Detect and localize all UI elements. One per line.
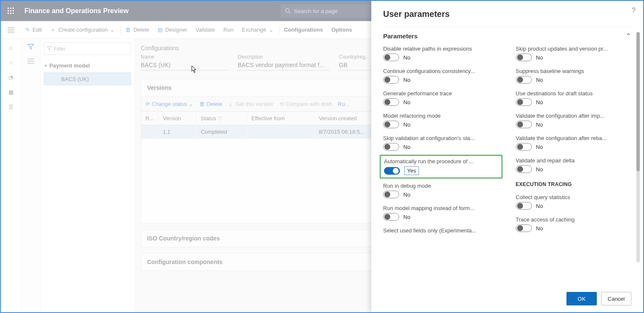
toggle-value: No <box>536 144 543 150</box>
parameter-label: Use destinations for draft status <box>516 90 632 97</box>
parameter-item: Validate the configuration after reba...… <box>516 135 632 151</box>
parameter-label: Select used fields only (Experimenta... <box>383 227 499 234</box>
parameter-label: Trace access of caching <box>516 216 632 223</box>
toggle-value: No <box>403 192 411 198</box>
parameter-label: Run in debug mode <box>383 183 499 189</box>
parameter-item: Validate and repair deltaNo <box>516 157 632 173</box>
parameter-item: Collect query statisticsNo <box>516 194 632 210</box>
toggle-switch[interactable] <box>383 98 399 106</box>
toggle-switch[interactable] <box>383 54 399 61</box>
parameter-item: Automatically run the procedure of ...Ye… <box>383 157 499 176</box>
toggle-value: No <box>403 99 411 105</box>
scrollbar[interactable] <box>636 32 640 262</box>
toggle-switch[interactable] <box>516 202 532 210</box>
toggle-value: No <box>403 54 411 61</box>
toggle-value: No <box>403 121 411 128</box>
toggle-switch[interactable] <box>384 167 400 175</box>
toggle-value: No <box>536 54 543 61</box>
toggle-value: No <box>536 99 543 105</box>
toggle-value: No <box>536 166 543 173</box>
parameter-label: Validate the configuration after imp... <box>516 113 632 119</box>
toggle-switch[interactable] <box>516 224 532 232</box>
user-parameters-panel: User parameters ? Parameters⌃ Disable re… <box>371 1 643 312</box>
chevron-up-icon: ⌃ <box>626 32 631 40</box>
parameter-label: Generate performance trace <box>383 90 499 97</box>
parameter-item: Select used fields only (Experimenta... <box>383 227 499 235</box>
parameter-item: Skip validation at configuration's sta..… <box>383 135 499 151</box>
toggle-value: No <box>536 225 543 232</box>
parameter-label: Validate the configuration after reba... <box>516 135 632 141</box>
ok-button[interactable]: OK <box>566 292 597 305</box>
parameter-item: Model refactoring modeNo <box>383 113 499 128</box>
help-icon[interactable]: ? <box>632 7 636 14</box>
parameter-item: Run in debug modeNo <box>383 183 499 198</box>
toggle-switch[interactable] <box>516 165 532 173</box>
toggle-switch[interactable] <box>383 191 399 198</box>
parameters-group-header[interactable]: Parameters⌃ <box>383 32 631 40</box>
parameter-label: Skip validation at configuration's sta..… <box>383 135 499 141</box>
toggle-switch[interactable] <box>383 213 399 221</box>
parameter-item: Trace access of cachingNo <box>516 216 632 232</box>
parameter-item: Run model mapping instead of form...No <box>383 205 499 221</box>
parameter-item: Suppress baseline warningsNo <box>516 68 632 84</box>
parameter-label: Model refactoring mode <box>383 113 499 119</box>
execution-tracing-subhead: EXECUTION TRACING <box>516 181 632 187</box>
toggle-switch[interactable] <box>516 98 532 106</box>
parameter-item: Generate performance traceNo <box>383 90 499 106</box>
parameter-label: Collect query statistics <box>516 194 632 200</box>
toggle-switch[interactable] <box>383 143 399 151</box>
toggle-value[interactable]: Yes <box>404 166 419 175</box>
modal-scrim <box>1 1 371 312</box>
parameter-item: Validate the configuration after imp...N… <box>516 113 632 128</box>
parameter-label: Suppress baseline warnings <box>516 68 632 74</box>
toggle-switch[interactable] <box>516 54 532 61</box>
parameter-label: Validate and repair delta <box>516 157 632 164</box>
toggle-value: No <box>403 77 411 83</box>
toggle-switch[interactable] <box>383 121 399 128</box>
parameter-label: Continue configurations consistency... <box>383 68 499 74</box>
parameter-item: Disable relative paths in expressionsNo <box>383 46 499 61</box>
cancel-button[interactable]: Cancel <box>601 292 631 305</box>
toggle-value: No <box>403 214 411 220</box>
parameter-label: Automatically run the procedure of ... <box>384 158 498 165</box>
toggle-switch[interactable] <box>516 76 532 84</box>
toggle-value: No <box>536 121 543 128</box>
toggle-switch[interactable] <box>516 143 532 151</box>
toggle-switch[interactable] <box>383 76 399 84</box>
parameter-item: Skip product updates and version pr...No <box>516 46 632 61</box>
parameter-label: Skip product updates and version pr... <box>516 46 632 52</box>
toggle-value: No <box>403 144 411 150</box>
parameter-item: Use destinations for draft statusNo <box>516 90 632 106</box>
toggle-value: No <box>536 203 543 209</box>
parameter-item: Continue configurations consistency...No <box>383 68 499 84</box>
toggle-switch[interactable] <box>516 121 532 128</box>
toggle-value: No <box>536 77 543 83</box>
parameter-label: Run model mapping instead of form... <box>383 205 499 211</box>
parameter-label: Disable relative paths in expressions <box>383 46 499 52</box>
panel-title: User parameters <box>383 9 631 19</box>
highlight-box: Automatically run the procedure of ...Ye… <box>380 155 502 178</box>
